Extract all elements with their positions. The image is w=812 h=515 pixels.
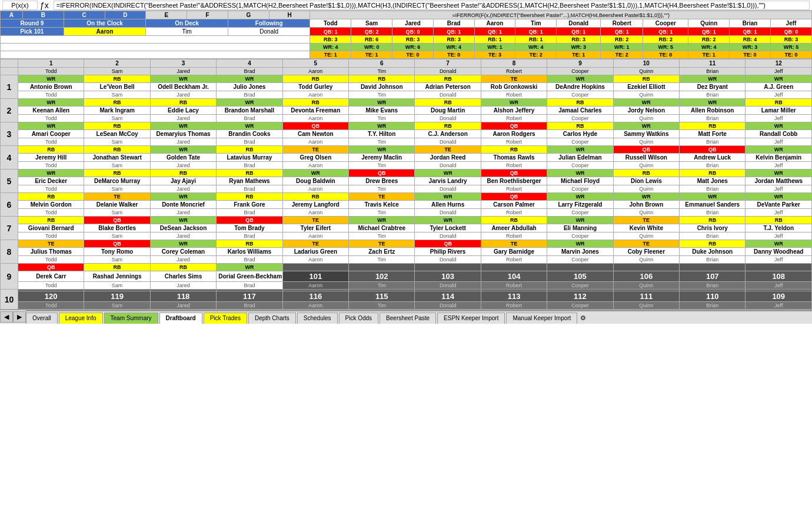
drafter-cell-r2-c7: Donald: [415, 115, 481, 122]
player-cell-r3-c9: Carlos Hyde: [547, 130, 613, 138]
tab-pick-trades[interactable]: Pick Trades: [204, 313, 247, 324]
tab-depth-charts[interactable]: Depth Charts: [248, 313, 296, 324]
player-cell-r4-c5: Greg Olsen: [282, 154, 348, 162]
player-cell-r10-c2: 119: [84, 291, 150, 302]
drafter-cell-r1-c1: Todd: [18, 91, 84, 99]
player-cell-r2-c6: Mike Evans: [349, 107, 415, 115]
tab-league-info[interactable]: League Info: [59, 313, 103, 324]
drafter-cell-r9-c11: Brian: [680, 282, 746, 290]
brad-qb: QB: 1: [433, 28, 474, 36]
tab-schedules[interactable]: Schedules: [297, 313, 338, 324]
pos-cell-r5-c8: QB: [481, 170, 547, 177]
round-number-10: 10: [1, 290, 18, 310]
pos-cell-r6-c4: RB: [217, 193, 282, 201]
pos-cell-r5-c7: WR: [415, 170, 481, 177]
pos-cell-r3-c2: RB: [84, 122, 150, 130]
pos-cell-r9-c8: [481, 264, 547, 271]
pos-cell-r8-c6: TE: [349, 240, 415, 248]
col-header-9: 9: [547, 59, 613, 68]
drafter-cell-r1-c5: Aaron: [282, 91, 348, 99]
tab-overall[interactable]: Overall: [26, 313, 58, 324]
tab-pick-odds[interactable]: Pick Odds: [339, 313, 379, 324]
col-label-D: D: [105, 11, 146, 19]
drafter-cell-r6-c8: Robert: [481, 209, 547, 217]
formula-icon: ƒx: [38, 1, 51, 10]
tab-espn-keeper[interactable]: ESPN Keeper Import: [437, 313, 505, 324]
tab-draftboard[interactable]: Draftboard: [159, 313, 202, 324]
player-cell-r8-c11: Duke Johnson: [680, 248, 746, 256]
player-cell-r5-c12: Jordan Matthews: [746, 177, 812, 185]
pos-cell-r8-c9: WR: [547, 240, 613, 248]
formula-input[interactable]: [54, 1, 810, 10]
drafter-cell-r4-c5: Aaron: [282, 162, 348, 170]
cell-reference[interactable]: [2, 1, 38, 10]
player-cell-r2-c3: Eddie Lacy: [150, 107, 216, 115]
aaron-te: TE: 3: [474, 51, 515, 59]
nav-next[interactable]: ▶: [13, 311, 26, 323]
col-label-F: F: [187, 11, 228, 19]
tab-bar: Overall League Info Team Summary Draftbo…: [26, 310, 812, 324]
drafter-cell-r4-c6: Tim: [349, 162, 415, 170]
round-number-4: 4: [1, 146, 18, 170]
tab-team-summary[interactable]: Team Summary: [104, 313, 158, 324]
player-cell-r5-c3: Jay Ajayi: [150, 177, 216, 185]
col-header-7: 7: [415, 59, 481, 68]
sheet-settings-icon[interactable]: ⚙: [578, 313, 588, 324]
drafter-cell-r1-c8: Robert: [481, 91, 547, 99]
pos-cell-r8-c10: TE: [613, 240, 679, 248]
drafter-cell-r2-c11: Brian: [680, 115, 746, 122]
donald-rb: RB: 3: [557, 36, 601, 44]
player-cell-r6-c10: John Brown: [613, 201, 679, 209]
empty-spacer-1: [1, 36, 310, 44]
tim-qb: QB: 1: [515, 28, 557, 36]
drafter-cell-r8-c11: Brian: [680, 256, 746, 264]
player-cell-r4-c1: Jeremy Hill: [18, 154, 84, 162]
nav-prev[interactable]: ◀: [0, 311, 13, 323]
drafter-donald: Donald: [415, 68, 481, 75]
drafter-cell-r1-c9: Cooper: [547, 91, 613, 99]
stats-tim-header: Tim: [515, 19, 557, 28]
drafter-cell-r8-c9: Cooper: [547, 256, 613, 264]
player-cell-r5-c5: Doug Baldwin: [282, 177, 348, 185]
tab-manual-keeper[interactable]: Manual Keeper Import: [506, 313, 577, 324]
player-cell-r3-c4: Brandin Cooks: [217, 130, 282, 138]
player-cell-r10-c5: 116: [282, 291, 348, 302]
pos-cell-r3-c8: QB: [481, 122, 547, 130]
player-cell-r2-c7: Doug Martin: [415, 107, 481, 115]
pos-cell-r5-c5: WR: [282, 170, 348, 177]
formula-bar-container: ƒx: [0, 0, 812, 11]
pos-cell-r3-c9: RB: [547, 122, 613, 130]
player-cell-r6-c12: DeVante Parker: [746, 201, 812, 209]
drafter-cell-r2-c1: Todd: [18, 115, 84, 122]
drafter-cell-r9-c9: Cooper: [547, 282, 613, 290]
pos-cell-r5-c10: RB: [613, 170, 679, 177]
tab-beersheet-paste[interactable]: Beersheet Paste: [380, 313, 436, 324]
drafter-cell-r3-c10: Quinn: [613, 138, 679, 146]
robert-qb: QB: 1: [601, 28, 643, 36]
drafter-cell-r5-c11: Brian: [680, 185, 746, 193]
drafter-cell-r3-c12: Jeff: [746, 138, 812, 146]
player-cell-r9-c1: Derek Carr: [18, 271, 84, 282]
drafter-aaron: Aaron: [282, 68, 348, 75]
player-cell-r1-c3: Odell Beckham Jr.: [150, 83, 216, 91]
quinn-rb: RB: 2: [688, 36, 730, 44]
player-cell-r7-c8: Ameer Abdullah: [481, 224, 547, 232]
stats-quinn-header: Quinn: [688, 19, 730, 28]
drafter-cell-r4-c12: Jeff: [746, 162, 812, 170]
todd-te: TE: 1: [310, 51, 351, 59]
player-cell-r10-c4: 117: [217, 291, 282, 302]
pos-cell-r2-c12: RB: [746, 99, 812, 107]
pos-cell-r6-c12: WR: [746, 193, 812, 201]
pos-cell-r6-c10: WR: [613, 193, 679, 201]
donald-te: TE: 1: [557, 51, 601, 59]
stats-robert-header: Robert: [601, 19, 643, 28]
drafter-cell-r6-c12: Jeff: [746, 209, 812, 217]
cooper-qb: QB: 1: [643, 28, 688, 36]
pos-cell-r1-c10: RB: [613, 75, 679, 83]
player-cell-r9-c7: 103: [415, 271, 481, 282]
round-label: Round 9: [1, 19, 64, 28]
on-clock-label: On the Clock: [64, 19, 146, 28]
cooper-te: TE: 0: [643, 51, 688, 59]
drafter-cell-r7-c4: Brad: [217, 232, 282, 240]
drafter-cell-r7-c6: Tim: [349, 232, 415, 240]
